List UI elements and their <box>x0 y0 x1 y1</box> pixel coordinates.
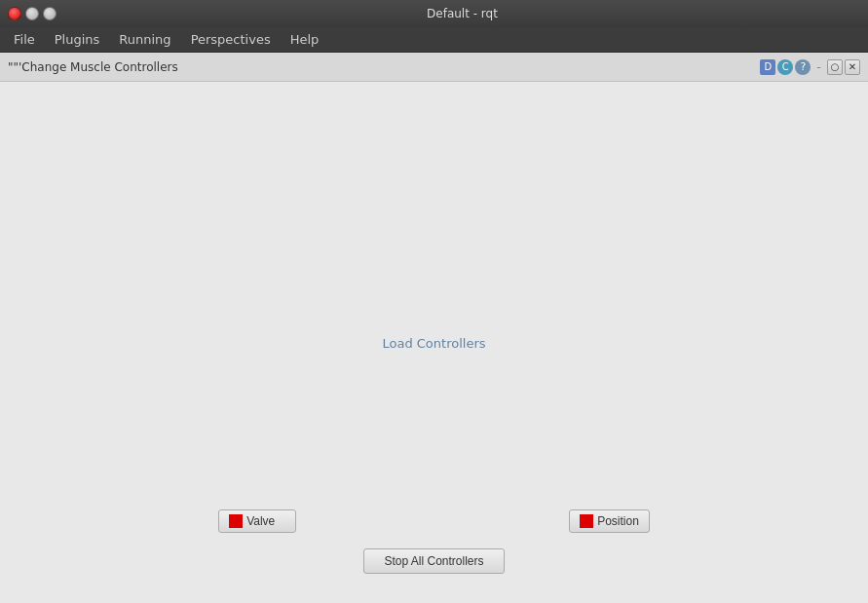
plugin-title: ""'Change Muscle Controllers <box>8 60 178 74</box>
help-icon[interactable]: ? <box>795 59 811 75</box>
menu-item-perspectives[interactable]: Perspectives <box>181 29 281 50</box>
controllers-row: Valve Position <box>0 509 868 533</box>
bottom-area: Valve Position Stop All Controllers <box>0 490 868 603</box>
minimize-window-button[interactable] <box>25 7 39 20</box>
menu-bar: File Plugins Running Perspectives Help <box>0 27 868 53</box>
separator: - <box>812 59 825 74</box>
config-icon[interactable]: C <box>777 59 793 75</box>
close-plugin-button[interactable]: ✕ <box>845 59 860 75</box>
plugin-header: ""'Change Muscle Controllers D C ? - ○ ✕ <box>0 53 868 82</box>
title-bar: Default - rqt <box>0 0 868 27</box>
plugin-controls: D C ? - ○ ✕ <box>760 59 860 75</box>
content-area: Load Controllers Valve Position Stop All… <box>0 82 868 603</box>
minimize-plugin-button[interactable]: ○ <box>827 59 843 75</box>
valve-label: Valve <box>246 514 275 528</box>
valve-status-indicator <box>229 514 243 528</box>
main-area: ""'Change Muscle Controllers D C ? - ○ ✕… <box>0 53 868 603</box>
menu-item-file[interactable]: File <box>4 29 45 50</box>
load-controllers-link[interactable]: Load Controllers <box>382 335 485 350</box>
window-title: Default - rqt <box>64 7 860 20</box>
close-window-button[interactable] <box>8 7 21 20</box>
valve-button[interactable]: Valve <box>218 509 296 533</box>
stop-all-controllers-button[interactable]: Stop All Controllers <box>363 548 504 574</box>
menu-item-plugins[interactable]: Plugins <box>45 29 110 50</box>
position-status-indicator <box>580 514 593 528</box>
menu-item-running[interactable]: Running <box>109 29 180 50</box>
position-button[interactable]: Position <box>569 509 650 533</box>
dock-icon[interactable]: D <box>760 59 775 75</box>
position-label: Position <box>597 514 639 528</box>
window-controls <box>8 7 57 20</box>
menu-item-help[interactable]: Help <box>281 29 329 50</box>
maximize-window-button[interactable] <box>43 7 57 20</box>
